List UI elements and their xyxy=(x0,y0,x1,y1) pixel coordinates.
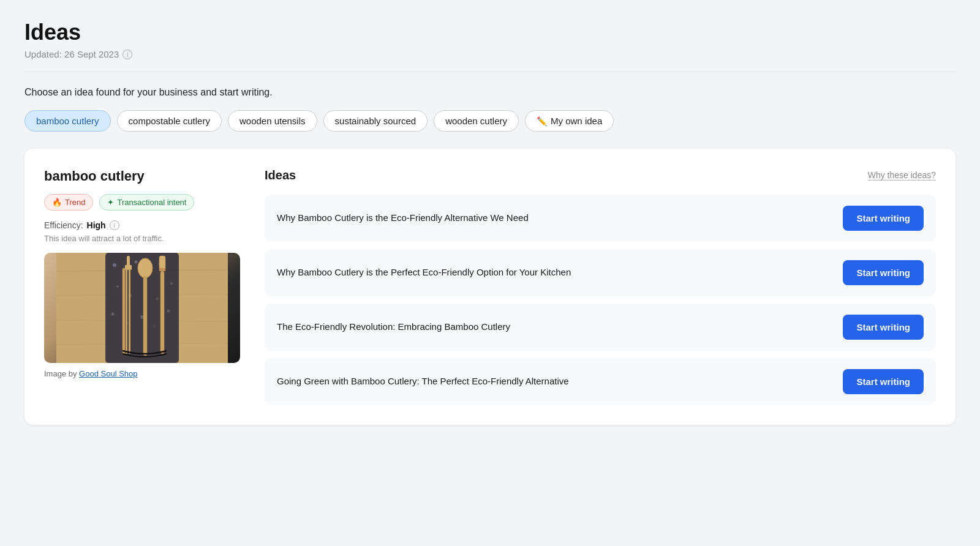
svg-point-6 xyxy=(113,263,116,267)
svg-point-19 xyxy=(153,325,156,327)
svg-rect-25 xyxy=(123,268,125,354)
tag-my-own-idea[interactable]: ✏️My own idea xyxy=(525,110,614,132)
intent-label: Transactional intent xyxy=(117,198,186,207)
start-writing-btn-3[interactable]: Start writing xyxy=(843,315,924,340)
svg-point-8 xyxy=(135,261,138,264)
svg-rect-26 xyxy=(126,268,127,354)
start-writing-btn-2[interactable]: Start writing xyxy=(843,260,924,285)
divider xyxy=(24,72,956,72)
main-card: bamboo cutlery 🔥 Trend ✦ Transactional i… xyxy=(24,149,956,425)
svg-point-15 xyxy=(170,282,173,285)
idea-item-2: Why Bamboo Cutlery is the Perfect Eco-Fr… xyxy=(265,249,936,296)
svg-rect-29 xyxy=(160,271,164,354)
intent-icon: ✦ xyxy=(107,198,114,207)
svg-point-16 xyxy=(111,313,115,316)
idea-text-1: Why Bamboo Cutlery is the Eco-Friendly A… xyxy=(277,211,833,225)
why-ideas-link[interactable]: Why these ideas? xyxy=(868,170,936,181)
idea-text-3: The Eco-Friendly Revolution: Embracing B… xyxy=(277,320,833,334)
efficiency-desc: This idea will attract a lot of traffic. xyxy=(44,234,240,243)
image-credit-link[interactable]: Good Soul Shop xyxy=(79,369,137,378)
tag-sustainably-sourced[interactable]: sustainably sourced xyxy=(323,110,428,132)
tags-row: bamboo cutlerycompostable cutlerywooden … xyxy=(24,110,956,132)
right-panel-title: Ideas xyxy=(265,168,296,182)
svg-point-20 xyxy=(167,310,170,313)
badges-row: 🔥 Trend ✦ Transactional intent xyxy=(44,194,240,211)
right-header: Ideas Why these ideas? xyxy=(265,168,936,182)
pencil-icon: ✏️ xyxy=(537,116,547,126)
svg-point-21 xyxy=(138,258,153,278)
tag-compostable-cutlery[interactable]: compostable cutlery xyxy=(117,110,222,132)
idea-item-3: The Eco-Friendly Revolution: Embracing B… xyxy=(265,304,936,351)
page-subtitle: Updated: 26 Sept 2023 i xyxy=(24,49,956,59)
svg-point-14 xyxy=(156,297,159,301)
trend-badge: 🔥 Trend xyxy=(44,194,93,211)
efficiency-row: Efficiency: High i xyxy=(44,220,240,230)
idea-item-4: Going Green with Bamboo Cutlery: The Per… xyxy=(265,358,936,405)
info-icon[interactable]: i xyxy=(123,50,132,59)
svg-rect-27 xyxy=(129,268,130,354)
idea-list: Why Bamboo Cutlery is the Eco-Friendly A… xyxy=(265,195,936,405)
intent-badge: ✦ Transactional intent xyxy=(99,194,194,211)
tag-wooden-utensils[interactable]: wooden utensils xyxy=(228,110,317,132)
svg-rect-22 xyxy=(143,276,147,356)
trend-icon: 🔥 xyxy=(52,198,62,207)
idea-text-4: Going Green with Bamboo Cutlery: The Per… xyxy=(277,375,833,389)
start-writing-btn-1[interactable]: Start writing xyxy=(843,206,924,231)
left-panel: bamboo cutlery 🔥 Trend ✦ Transactional i… xyxy=(44,168,240,405)
card-title: bamboo cutlery xyxy=(44,168,240,184)
right-panel: Ideas Why these ideas? Why Bamboo Cutler… xyxy=(265,168,936,405)
trend-label: Trend xyxy=(65,198,85,207)
tag-wooden-cutlery[interactable]: wooden cutlery xyxy=(434,110,519,132)
page-title: Ideas xyxy=(24,20,956,45)
efficiency-label: Efficiency: xyxy=(44,220,83,230)
efficiency-value: High xyxy=(87,220,106,230)
svg-point-11 xyxy=(116,285,119,288)
idea-text-2: Why Bamboo Cutlery is the Perfect Eco-Fr… xyxy=(277,266,833,280)
instruction: Choose an idea found for your business a… xyxy=(24,87,956,98)
idea-item-1: Why Bamboo Cutlery is the Eco-Friendly A… xyxy=(265,195,936,242)
image-credit: Image by Good Soul Shop xyxy=(44,369,240,378)
start-writing-btn-4[interactable]: Start writing xyxy=(843,369,924,394)
efficiency-info-icon[interactable]: i xyxy=(110,220,119,230)
tag-bamboo-cutlery[interactable]: bamboo cutlery xyxy=(24,110,111,132)
idea-image xyxy=(44,253,240,363)
